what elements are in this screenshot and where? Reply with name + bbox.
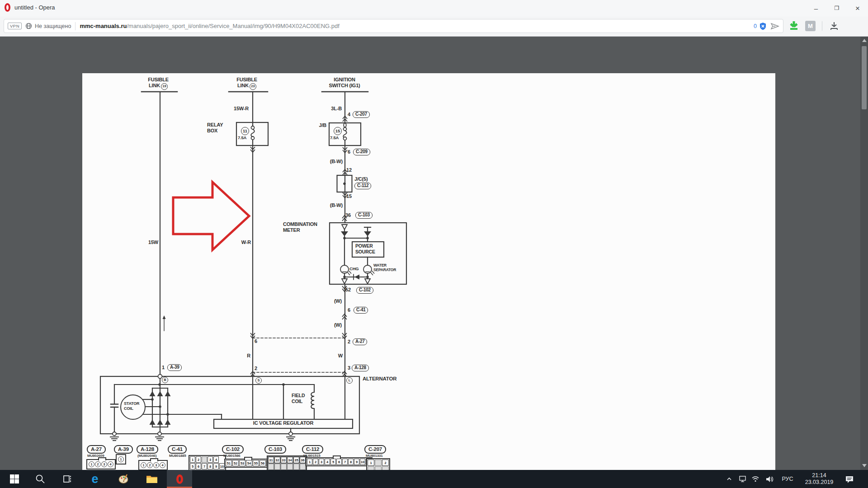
taskbar: e РУС 21:14 23.03.2019 (0, 470, 868, 488)
search-button[interactable] (29, 470, 51, 488)
share-arrow-icon[interactable] (770, 23, 779, 30)
opera-logo-icon (5, 3, 10, 12)
url-domain: mmc-manuals.ru (80, 23, 127, 29)
extension-m-badge[interactable]: M (805, 21, 816, 31)
address-bar: VPN Не защищено mmc-manuals.ru/manuals/p… (0, 17, 868, 37)
globe-icon (25, 23, 32, 29)
address-field[interactable]: VPN Не защищено mmc-manuals.ru/manuals/p… (4, 19, 783, 33)
language-indicator[interactable]: РУС (778, 470, 797, 488)
scrollbar[interactable] (860, 36, 868, 470)
blocked-count: 0 (754, 23, 757, 29)
wifi-icon[interactable] (750, 470, 761, 488)
downloads-icon[interactable] (829, 21, 839, 33)
url-path: /manuals/pajero_sport_ii/online/Service_… (127, 23, 339, 29)
tray-expand-button[interactable] (723, 470, 735, 488)
close-button[interactable]: × (847, 0, 868, 17)
opera-icon (176, 474, 183, 484)
divider (75, 22, 75, 30)
network-icon[interactable] (737, 470, 749, 488)
maximize-button[interactable]: ❐ (826, 0, 847, 17)
divider (822, 21, 822, 31)
download-extension-icon[interactable] (788, 20, 799, 33)
scroll-up-arrow-icon[interactable] (862, 39, 867, 42)
action-center-button[interactable] (842, 470, 857, 488)
edge-button[interactable]: e (84, 470, 106, 488)
minimize-button[interactable]: – (806, 0, 826, 17)
scroll-down-arrow-icon[interactable] (862, 464, 867, 467)
adblock-shield-icon[interactable] (759, 22, 767, 30)
file-explorer-button[interactable] (141, 470, 163, 488)
paint-button[interactable] (113, 470, 135, 488)
security-label: Не защищено (35, 23, 71, 29)
url-text: mmc-manuals.ru/manuals/pajero_sport_ii/o… (80, 23, 339, 29)
task-view-button[interactable] (57, 470, 78, 488)
title-bar: untitled - Opera – ❐ × (0, 0, 868, 17)
clock-date: 23.03.2019 (805, 479, 834, 486)
opera-button-active[interactable] (167, 470, 192, 488)
pdf-page (82, 73, 775, 488)
clock[interactable]: 21:14 23.03.2019 (798, 470, 840, 488)
volume-icon[interactable] (763, 470, 776, 488)
scrollbar-thumb[interactable] (862, 46, 867, 109)
edge-icon: e (91, 472, 98, 486)
paint-icon (118, 473, 130, 485)
clock-time: 21:14 (812, 472, 826, 479)
start-button[interactable] (4, 470, 25, 488)
folder-icon (146, 474, 158, 484)
window-title: untitled - Opera (14, 4, 55, 11)
screen: { "window": {"title": "untitled - Opera"… (0, 0, 868, 488)
vpn-badge[interactable]: VPN (8, 23, 22, 29)
